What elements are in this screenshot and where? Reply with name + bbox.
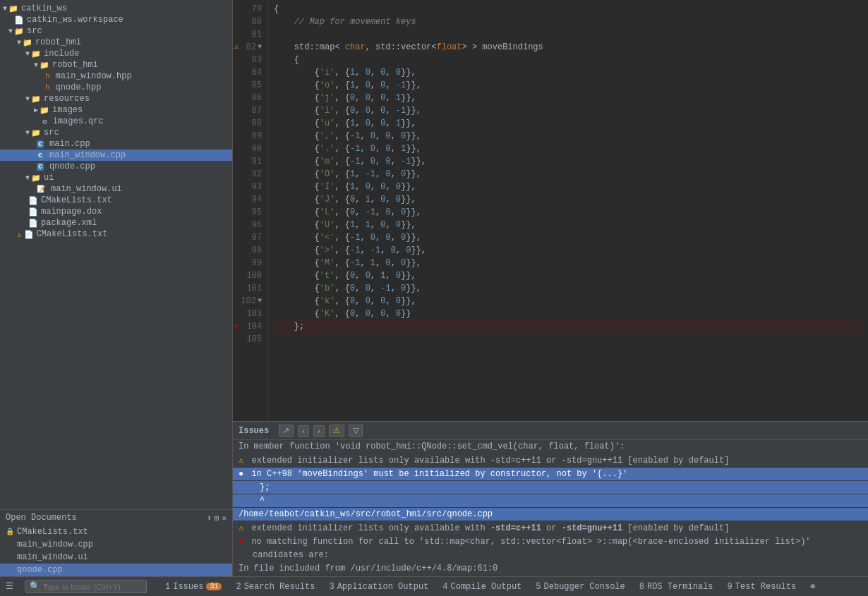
- search-box[interactable]: 🔍: [25, 580, 147, 593]
- file-tree: ▼ 📁 catkin_ws 📄 catkin_ws.workspace ▼ 📁 …: [0, 0, 232, 509]
- line-num-102: 102 ▼: [233, 295, 267, 308]
- tree-item-workspace[interactable]: 📄 catkin_ws.workspace: [0, 14, 232, 25]
- tab-app-output[interactable]: 3 Application Output: [322, 579, 435, 595]
- tree-item-src_inner[interactable]: ▼ 📁 src: [0, 127, 232, 138]
- tab-expand[interactable]: ⊕: [803, 578, 822, 595]
- issue-row-9[interactable]: candidates are:: [233, 549, 868, 562]
- code-line-95: {'L', {0, -1, 0, 0}},: [274, 206, 862, 219]
- open-docs-close[interactable]: ✕: [222, 513, 227, 523]
- issue-row-1[interactable]: In member function 'void robot_hmi::QNod…: [233, 440, 868, 454]
- code-line-96: {'U', {1, 1, 0, 0}},: [274, 219, 862, 231]
- tab-label: ROS Terminals: [647, 582, 713, 592]
- tree-item-qnode_hpp[interactable]: h qnode.hpp: [0, 82, 232, 93]
- tree-item-robot_hmi_inner[interactable]: ▼ 📁 robot_hmi: [0, 59, 232, 71]
- line-num-90: 90: [233, 142, 267, 155]
- tree-item-cmake_root[interactable]: ⚠ 📄 CMakeLists.txt: [0, 229, 232, 240]
- issues-badge: 31: [206, 583, 222, 590]
- tree-item-cmake_robot[interactable]: 📄 CMakeLists.txt: [0, 195, 232, 206]
- line-num-79: 79: [233, 3, 267, 16]
- issue-candidates: candidates are:: [253, 550, 329, 560]
- code-line-100: {'t', {0, 0, 1, 0}},: [274, 269, 862, 282]
- issue-row-4[interactable]: };: [233, 481, 868, 494]
- tree-label: catkin_ws.workspace: [27, 15, 123, 25]
- issues-warning-filter-btn[interactable]: ⚠: [329, 425, 344, 437]
- issue-text: in C++98 'moveBindings' must be initiali…: [251, 469, 627, 479]
- tree-item-resources[interactable]: ▼ 📁 resources: [0, 93, 232, 104]
- tree-item-images_qrc[interactable]: ⚙ images.qrc: [0, 116, 232, 127]
- tab-num: 9: [728, 582, 733, 592]
- tab-debugger[interactable]: 5 Debugger Console: [529, 579, 632, 595]
- tree-label: src: [44, 128, 59, 138]
- expand-icon: ▶: [34, 106, 38, 114]
- issue-row-8[interactable]: ● no matching function for call to 'std:…: [233, 535, 868, 549]
- code-line-83: {: [274, 54, 862, 66]
- tree-label: images: [52, 105, 83, 115]
- issue-row-3[interactable]: ● in C++98 'moveBindings' must be initia…: [233, 468, 868, 481]
- issues-prev-btn[interactable]: ‹: [298, 425, 309, 437]
- issues-export-btn[interactable]: ↗: [279, 425, 294, 437]
- issue-row-10[interactable]: In file included from /usr/include/c++/4…: [233, 562, 868, 576]
- doc-label: main_window.ui: [17, 552, 88, 562]
- doc-item-main_window_ui[interactable]: 🔒 main_window.ui: [0, 551, 232, 564]
- open-docs-title: Open Documents: [6, 513, 77, 523]
- doc-item-qnode_cpp[interactable]: 🔒 qnode.cpp: [0, 564, 232, 576]
- tree-item-qnode_cpp[interactable]: c qnode.cpp: [0, 161, 232, 172]
- tab-compile-output[interactable]: 4 Compile Output: [435, 579, 529, 595]
- tree-label: src: [27, 26, 42, 36]
- tab-test-results[interactable]: 9 Test Results: [721, 579, 804, 595]
- issues-title: Issues: [239, 426, 269, 436]
- tree-label: robot_hmi: [35, 37, 81, 47]
- code-area[interactable]: { // Map for movement keys std::map< cha…: [268, 0, 868, 421]
- expand-icon: ▼: [25, 95, 30, 103]
- warning-icon: ⚠: [239, 456, 243, 466]
- tree-label: include: [44, 49, 79, 59]
- tree-item-src[interactable]: ▼ 📁 src: [0, 25, 232, 37]
- error-gutter-104: ●: [234, 320, 239, 333]
- issue-row-5[interactable]: ^: [233, 494, 868, 508]
- tree-item-package_xml[interactable]: 📄 package.xml: [0, 217, 232, 229]
- issue-row-2[interactable]: ⚠ extended initializer lists only availa…: [233, 454, 868, 468]
- tab-ros-terminals[interactable]: 8 ROS Terminals: [632, 579, 721, 595]
- tab-label: Test Results: [735, 582, 796, 592]
- doc-label: qnode.cpp: [17, 565, 63, 575]
- open-docs-split[interactable]: ⊞: [215, 513, 219, 523]
- issues-filter-btn[interactable]: ▽: [349, 425, 363, 437]
- tree-item-main_cpp[interactable]: c main.cpp: [0, 138, 232, 150]
- line-num-100: 100: [233, 269, 267, 282]
- tree-item-include[interactable]: ▼ 📁 include: [0, 48, 232, 59]
- line-num-88: 88: [233, 117, 267, 130]
- xml-file-icon: 📄: [28, 219, 38, 228]
- cmake-file-icon: 📄: [28, 196, 38, 205]
- tree-label: resources: [44, 94, 90, 104]
- tab-search-results[interactable]: 2 Search Results: [229, 579, 322, 595]
- issue-row-6[interactable]: /home/teabot/catkin_ws/src/robot_hmi/src…: [233, 508, 868, 521]
- line-num-80: 80: [233, 16, 267, 28]
- line-num-85: 85: [233, 79, 267, 92]
- tree-item-main_window_hpp[interactable]: h main_window.hpp: [0, 71, 232, 82]
- hpp-file-icon: h: [45, 83, 50, 92]
- tree-item-images[interactable]: ▶ 📁 images: [0, 104, 232, 116]
- doc-label: CMakeLists.txt: [17, 527, 88, 537]
- line-num-97: 97: [233, 231, 267, 244]
- tree-item-ui[interactable]: ▼ 📁 ui: [0, 172, 232, 183]
- line-num-96: 96: [233, 219, 267, 231]
- folder-icon: 📁: [31, 128, 41, 138]
- tree-label: main_window.ui: [51, 184, 122, 194]
- doc-item-cmake[interactable]: 🔒 CMakeLists.txt: [0, 525, 232, 538]
- doc-item-main_window_cpp[interactable]: 🔒 main_window.cpp: [0, 538, 232, 551]
- issue-row-7[interactable]: ⚠ extended initializer lists only availa…: [233, 521, 868, 535]
- issues-next-btn[interactable]: ›: [313, 425, 325, 437]
- tab-issues[interactable]: 1 Issues 31: [158, 579, 229, 595]
- tree-item-main_window_cpp[interactable]: c main_window.cpp: [0, 150, 232, 161]
- tree-item-catkin_ws[interactable]: ▼ 📁 catkin_ws: [0, 3, 232, 14]
- open-docs-expand[interactable]: ⬆: [207, 513, 212, 523]
- tab-num: 4: [442, 582, 447, 592]
- tree-item-mainpage_dox[interactable]: 📄 mainpage.dox: [0, 206, 232, 217]
- tree-item-main_window_ui[interactable]: 📝 main_window.ui: [0, 183, 232, 195]
- file-icon: 📄: [14, 16, 24, 25]
- folder-icon: 📁: [40, 61, 49, 70]
- toggle-sidebar-icon[interactable]: ☰: [6, 581, 13, 592]
- search-input[interactable]: [43, 583, 142, 591]
- line-num-95: 95: [233, 206, 267, 219]
- tree-item-robot_hmi[interactable]: ▼ 📁 robot_hmi: [0, 37, 232, 48]
